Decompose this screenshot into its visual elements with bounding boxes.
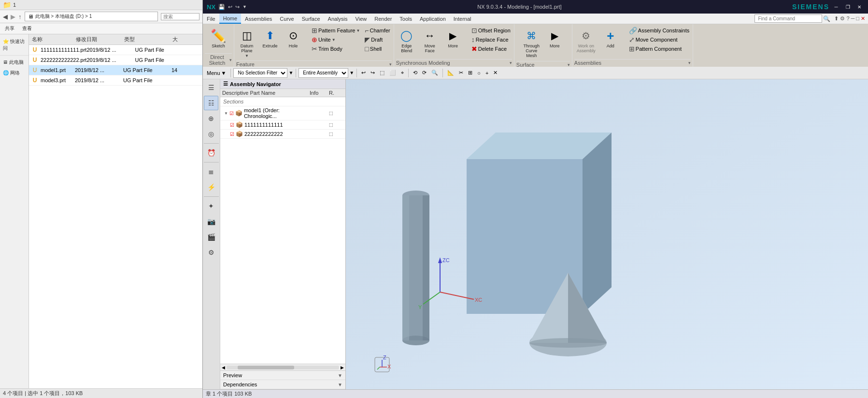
nav-row-part1[interactable]: ☑ 📦 1111111111111 ⬚ (220, 120, 345, 130)
menu-home[interactable]: Home (219, 14, 241, 24)
pattern-feature-button[interactable]: ⊞ Pattern Feature ▼ (310, 26, 361, 35)
dependencies-panel[interactable]: Dependencies ▼ (220, 380, 345, 389)
menu-analysis[interactable]: Analysis (324, 14, 352, 24)
nav-row-part2[interactable]: ☑ 📦 2222222222222 ⬚ (220, 130, 345, 139)
toolbar-icon-undo[interactable]: ↩ (359, 69, 368, 77)
more-surface-button[interactable]: ▶ More (544, 26, 565, 50)
toolbar-icon-x[interactable]: ✕ (491, 69, 499, 77)
menu-render[interactable]: Render (370, 14, 396, 24)
draft-button[interactable]: ◤ Draft (363, 35, 391, 44)
minimize-btn[interactable]: ─ (831, 3, 841, 11)
left-tb-constraint[interactable]: ⊕ (204, 111, 218, 126)
chamfer-button[interactable]: ⌐ Chamfer (363, 26, 391, 35)
nav-hscrollbar[interactable]: ◀ ▶ (220, 364, 345, 370)
sketch-group-expander[interactable]: ▾ (229, 58, 232, 62)
more-sync-button[interactable]: ▶ More (442, 26, 464, 50)
address-bar[interactable]: 🖥 此电脑 > 本地磁盘 (D:) > 1 (25, 12, 158, 21)
restore-btn[interactable]: ❐ (843, 3, 853, 11)
col-r[interactable]: R. (329, 90, 343, 96)
unite-button[interactable]: ⊕ Unite ▼ (310, 35, 361, 44)
add-button[interactable]: + Add (600, 26, 621, 50)
file-row[interactable]: U model3.prt 2019/8/12 ... UG Part File (29, 75, 202, 86)
toolbar-icon-plus[interactable]: + (484, 69, 490, 77)
menu-curve[interactable]: Curve (276, 14, 298, 24)
left-tb-history[interactable]: ⏰ (204, 146, 218, 160)
col-type[interactable]: 类型 (123, 35, 171, 44)
hole-button[interactable]: ⊙ Hole (283, 26, 304, 50)
sidebar-thispc[interactable]: 🖥 此电脑 (0, 57, 28, 68)
left-tb-resource[interactable]: ☰ (204, 80, 218, 95)
command-search[interactable] (754, 15, 822, 23)
toolbar-icon-circle[interactable]: ○ (475, 69, 483, 77)
toolbar-icon-snap[interactable]: ⌖ (399, 69, 406, 77)
edge-blend-button[interactable]: ◯ EdgeBlend (396, 26, 417, 55)
menu-surface[interactable]: Surface (298, 14, 324, 24)
hscroll-right[interactable]: ▶ (339, 365, 345, 370)
hscroll-thumb[interactable] (238, 366, 294, 369)
offset-region-button[interactable]: ⊡ Offset Region (470, 26, 512, 35)
replace-face-button[interactable]: ↕ Replace Face (470, 35, 512, 44)
col-date[interactable]: 修改日期 (75, 35, 123, 44)
col-name[interactable]: 名称 (31, 35, 75, 44)
left-tb-motion[interactable]: 🎬 (204, 230, 218, 244)
preview-panel[interactable]: Preview ▼ (220, 371, 345, 380)
forward-btn[interactable]: ▶ (11, 13, 15, 20)
part2-check[interactable]: ☑ (230, 132, 234, 137)
toolbar-icon-rotate[interactable]: ⟲ (411, 69, 419, 77)
toolbar-icon-pan[interactable]: ⟳ (420, 69, 428, 77)
part1-check[interactable]: ☑ (230, 122, 234, 128)
left-tb-layers[interactable]: ≣ (204, 164, 218, 179)
file-row-selected[interactable]: U model1.prt 2019/8/12 ... UG Part File … (29, 65, 202, 75)
menu-assemblies[interactable]: Assemblies (241, 14, 276, 24)
move-component-button[interactable]: ⤢ Move Component (627, 35, 691, 44)
menu-application[interactable]: Application (416, 14, 450, 24)
work-on-assembly-button[interactable]: ⚙ Work onAssembly (574, 26, 598, 55)
expand-icon[interactable]: ⬆ (834, 15, 839, 22)
col-part-name[interactable]: Descriptive Part Name (222, 90, 310, 96)
move-face-button[interactable]: ↔ MoveFace (419, 26, 441, 55)
toolbar-icon-zoom[interactable]: 🔍 (429, 69, 440, 77)
col-size[interactable]: 大 (171, 35, 200, 44)
quick-access-save[interactable]: 💾 (218, 4, 225, 10)
trim-body-button[interactable]: ✂ Trim Body (310, 44, 361, 53)
datum-plane-dropdown[interactable]: ▼ (245, 54, 249, 58)
quick-access-undo[interactable]: ↩ (228, 4, 232, 10)
sidebar-quickaccess[interactable]: ⭐ 快速访问 (0, 36, 28, 54)
filter-arrow[interactable]: ▼ (288, 70, 293, 75)
toolbar-icon-grid[interactable]: ⊞ (466, 69, 474, 77)
model1-check[interactable]: ☑ (229, 111, 234, 116)
toolbar-icon-redo[interactable]: ↪ (369, 69, 377, 77)
file-row[interactable]: U 2222222222222.prt 2019/8/12 ... UG Par… (29, 55, 202, 65)
menu-view[interactable]: View (352, 14, 371, 24)
shell-button[interactable]: □ Shell (363, 44, 391, 53)
selection-filter[interactable]: No Selection Filter (233, 68, 287, 78)
win-ctrl-close[interactable]: ✕ (861, 15, 865, 22)
quick-access-redo[interactable]: ↪ (235, 4, 240, 10)
left-tb-something[interactable]: ◎ (204, 127, 218, 141)
left-tb-assembly-nav[interactable]: ☷ (204, 96, 218, 110)
left-tb-camera[interactable]: 📷 (204, 214, 218, 229)
share-btn[interactable]: 共享 (3, 24, 16, 33)
left-tb-star[interactable]: ✦ (204, 199, 218, 213)
assemblies-group-expander[interactable]: ▾ (688, 60, 691, 65)
toolbar-icon-box-select[interactable]: ⬜ (387, 69, 398, 77)
hscroll-track[interactable] (227, 366, 339, 369)
search-input[interactable] (161, 13, 199, 20)
view-btn[interactable]: 查看 (20, 24, 34, 33)
col-info[interactable]: Info (310, 90, 329, 96)
surface-group-expander[interactable]: ▾ (568, 62, 570, 67)
model1-expand[interactable]: ▼ (224, 111, 228, 116)
datum-plane-button[interactable]: ◫ DatumPlane ▼ (236, 26, 257, 59)
help-icon[interactable]: ? (846, 15, 849, 22)
toolbar-icon-cut[interactable]: ✂ (457, 69, 465, 77)
sidebar-network[interactable]: 🌐 网络 (0, 68, 28, 78)
menu-file[interactable]: File (203, 14, 219, 24)
close-btn[interactable]: ✕ (854, 3, 864, 11)
menu-internal[interactable]: Internal (450, 14, 475, 24)
menu-tools[interactable]: Tools (396, 14, 416, 24)
assembly-filter-arrow[interactable]: ▼ (349, 70, 354, 75)
win-ctrl-max[interactable]: □ (856, 15, 859, 22)
search-icon[interactable]: 🔍 (823, 15, 830, 22)
file-row[interactable]: U 1111111111111.prt 2019/8/12 ... UG Par… (29, 45, 202, 55)
settings-icon[interactable]: ⚙ (840, 15, 845, 22)
